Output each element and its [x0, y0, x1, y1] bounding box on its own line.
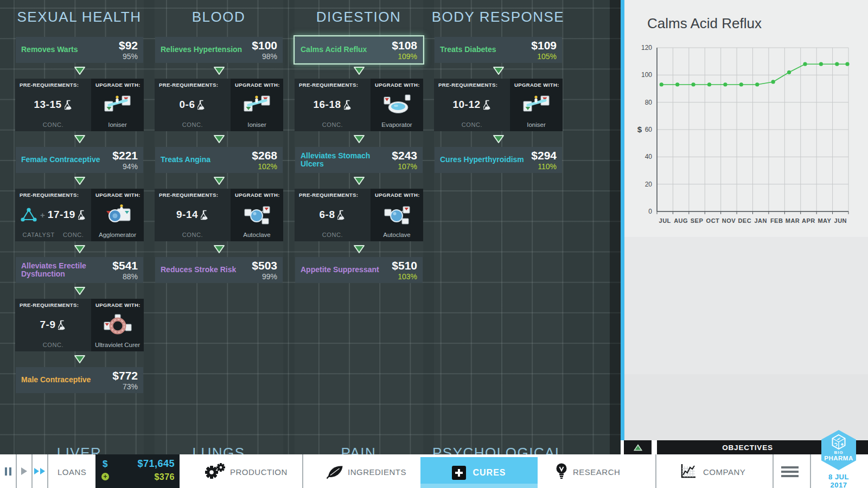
flask-icon [337, 210, 346, 220]
svg-text:0: 0 [648, 208, 652, 215]
logo-text-pharma: PHARMA [824, 455, 853, 462]
cure-card[interactable]: Appetite Suppressant$510103% [295, 257, 423, 283]
money-display: $ $71,645 + $376 [95, 454, 180, 488]
cure-price: $541 [112, 260, 138, 271]
requirements-panel: PRE-REQUIREMENTS:7-9CONC.UPGRADE WITH:Ul… [15, 299, 144, 351]
toolbar-separator [810, 454, 811, 488]
cure-name: Relieves Hypertension [161, 46, 252, 54]
pre-requirements-cell: PRE-REQUIREMENTS:+17-19CATALYSTCONC. [15, 189, 91, 241]
upgrade-cell: UPGRADE WITH:Evaporator [371, 79, 423, 131]
cure-name: Cures Hyperthyroidism [440, 156, 531, 164]
conc-label: CONC. [182, 121, 203, 131]
cure-price: $109 [531, 40, 557, 51]
play-button[interactable] [16, 454, 31, 488]
svg-text:MAY: MAY [818, 217, 831, 224]
cure-column: Removes Warts$9295%PRE-REQUIREMENTS:13-1… [15, 37, 144, 393]
fast-forward-button[interactable] [32, 454, 47, 488]
svg-text:60: 60 [645, 126, 653, 133]
panel-edge-shade [610, 0, 621, 488]
pause-icon [5, 467, 11, 476]
panel-divider [621, 0, 624, 440]
cure-card[interactable]: Male Contraceptive$77273% [16, 367, 143, 393]
cure-name: Alleviates Erectile Dysfunction [21, 262, 112, 279]
leaf-icon [326, 463, 344, 479]
tab-research[interactable]: RESEARCH [573, 467, 620, 477]
cure-card[interactable]: Cures Hyperthyroidism$294110% [435, 147, 562, 173]
cure-name: Treats Angina [161, 156, 252, 164]
cure-card[interactable]: Alleviates Erectile Dysfunction$54188% [16, 257, 143, 283]
toolbar-separator [47, 454, 48, 488]
concentration-range: 16-18 [313, 99, 341, 111]
cure-demand-percent: 109% [392, 52, 417, 61]
cure-price: $92 [119, 40, 138, 51]
triangle-down-icon [493, 134, 505, 144]
triangle-down-icon [353, 176, 365, 185]
pause-button[interactable] [0, 454, 16, 488]
cure-column: Relieves Hypertension$10098%PRE-REQUIREM… [155, 37, 283, 283]
cure-demand-percent: 110% [531, 162, 557, 171]
requirements-panel: PRE-REQUIREMENTS:9-14CONC.UPGRADE WITH:A… [155, 189, 283, 241]
cure-name: Appetite Suppressant [301, 266, 392, 274]
autoclave-icon [381, 202, 413, 227]
svg-text:100: 100 [641, 71, 652, 79]
machine-name: Evaporator [381, 121, 412, 131]
company-chart-icon [679, 463, 697, 479]
game-date: 8 JUL 2017 [821, 473, 856, 488]
bottom-toolbar: LOANS $ $71,645 + $376 PRODUCTION INGRED… [0, 454, 868, 488]
tab-production[interactable]: PRODUCTION [230, 467, 288, 477]
triangle-down-icon [353, 66, 365, 75]
lightbulb-icon [554, 463, 569, 479]
svg-text:AUG: AUG [674, 217, 688, 224]
triangle-down-icon [74, 134, 86, 144]
cure-info-panel: Calms Acid Reflux 020406080100120$JULAUG… [624, 0, 868, 440]
cure-card[interactable]: Reduces Stroke Risk$50399% [155, 257, 283, 283]
cure-values: $268102% [252, 150, 277, 171]
catalyst-icon [20, 207, 37, 222]
cure-card[interactable]: Treats Angina$268102% [155, 147, 283, 173]
cure-values: $510103% [392, 260, 417, 281]
cure-card[interactable]: Treats Diabetes$109105% [435, 37, 562, 63]
machine-name: Ioniser [247, 121, 266, 131]
upgrade-cell: UPGRADE WITH:Autoclave [231, 189, 283, 241]
cure-card[interactable]: Female Contraceptive$22194% [16, 147, 143, 173]
tab-company[interactable]: COMPANY [703, 467, 745, 477]
upgrade-with-label: UPGRADE WITH: [231, 189, 280, 198]
upgrade-with-label: UPGRADE WITH: [231, 79, 280, 88]
cure-card-selected[interactable]: Calms Acid Reflux$108109% [295, 37, 423, 63]
requirements-panel: PRE-REQUIREMENTS:+17-19CATALYSTCONC.UPGR… [15, 189, 144, 241]
upgrade-with-label: UPGRADE WITH: [371, 189, 420, 198]
svg-text:JUN: JUN [834, 217, 847, 224]
fast-forward-icon [34, 468, 45, 474]
requirements-panel: PRE-REQUIREMENTS:16-18CONC.UPGRADE WITH:… [295, 79, 423, 131]
concentration-range: 7-9 [40, 319, 56, 331]
pre-requirements-label: PRE-REQUIREMENTS: [155, 189, 218, 198]
svg-text:MAR: MAR [786, 217, 800, 224]
pre-requirements-label: PRE-REQUIREMENTS: [434, 79, 497, 88]
cure-card[interactable]: Relieves Hypertension$10098% [155, 37, 283, 63]
objectives-expand-button[interactable] [624, 440, 652, 454]
cure-price: $100 [252, 40, 277, 51]
concentration-range: 10-12 [452, 99, 480, 111]
cash-balance: $71,645 [137, 458, 175, 470]
loans-button[interactable]: LOANS [58, 467, 86, 477]
cure-values: $50399% [252, 260, 277, 281]
cure-price: $221 [112, 150, 138, 161]
catalyst-label: CATALYST [23, 232, 55, 241]
gears-icon [204, 463, 226, 479]
agglomerator-icon [102, 202, 133, 227]
pre-requirements-cell: PRE-REQUIREMENTS:7-9CONC. [15, 299, 91, 351]
tab-ingredients[interactable]: INGREDIENTS [348, 467, 406, 477]
cure-price: $294 [531, 150, 557, 161]
cure-name: Treats Diabetes [440, 46, 531, 54]
tab-cures[interactable]: CURES [420, 457, 538, 488]
upgrade-cell: UPGRADE WITH:Ultraviolet Curer [91, 299, 144, 351]
cure-card[interactable]: Alleviates Stomach Ulcers$243107% [295, 147, 423, 173]
toolbar-separator [302, 454, 303, 488]
menu-button[interactable] [781, 466, 799, 479]
cure-card[interactable]: Removes Warts$9295% [16, 37, 143, 63]
flask-icon [58, 320, 66, 330]
ioniser-icon [241, 92, 273, 117]
cure-values: $294110% [531, 150, 557, 171]
conc-label: CONC. [462, 121, 482, 131]
play-icon [21, 467, 27, 475]
